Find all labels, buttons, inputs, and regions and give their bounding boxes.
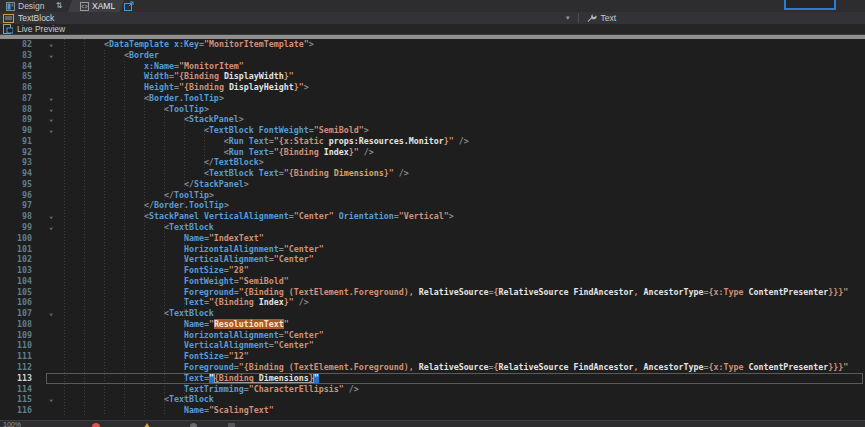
swap-views-button[interactable]: ⇅ — [52, 0, 66, 12]
code-text: Width="{Binding DisplayWidth}" — [64, 71, 865, 82]
line-number: 95 — [0, 179, 38, 190]
fold-chevron-icon[interactable]: ⌄ — [38, 104, 64, 115]
code-line[interactable]: 92 <Run Text="{Binding Index}" /> — [0, 147, 865, 158]
breadcrumb[interactable]: TextBlock — [0, 13, 54, 23]
tab-xaml[interactable]: XAML — [74, 0, 121, 12]
zoom-level[interactable]: 100% — [3, 421, 21, 427]
code-line[interactable]: 96 </ToolTip> — [0, 190, 865, 201]
fold-margin — [38, 233, 64, 244]
code-line[interactable]: 107⌄ <TextBlock — [0, 308, 865, 319]
editor-status-bar: 100% — [0, 420, 865, 427]
line-number: 93 — [0, 157, 38, 168]
code-lines: 82⌄ <DataTemplate x:Key="MonitorItemTemp… — [0, 39, 865, 416]
fold-chevron-icon[interactable]: ⌄ — [38, 394, 64, 405]
warning-icon[interactable] — [142, 423, 152, 427]
code-line[interactable]: 116 Name="ScalingText" — [0, 405, 865, 416]
live-preview-bar[interactable]: Live Preview — [0, 24, 865, 35]
breadcrumb-dropdown-icon[interactable]: ▾ — [566, 14, 570, 22]
code-text: <StackPanel> — [64, 114, 865, 125]
code-text: <ToolTip> — [64, 104, 865, 115]
code-line[interactable]: 111 FontSize="12" — [0, 351, 865, 362]
code-text: Name="ResolutionText" — [64, 319, 865, 330]
tab-xaml-label: XAML — [92, 1, 115, 11]
live-preview-label: Live Preview — [17, 24, 65, 34]
code-line[interactable]: 90⌄ <TextBlock FontWeight="SemiBold"> — [0, 125, 865, 136]
fold-chevron-icon[interactable]: ⌄ — [38, 211, 64, 222]
line-number: 108 — [0, 319, 38, 330]
code-line[interactable]: 86 Height="{Binding DisplayHeight}"> — [0, 82, 865, 93]
line-number: 112 — [0, 362, 38, 373]
fold-chevron-icon[interactable]: ⌄ — [38, 308, 64, 319]
code-text: <DataTemplate x:Key="MonitorItemTemplate… — [64, 39, 865, 50]
fold-chevron-icon[interactable]: ⌄ — [38, 39, 64, 50]
code-line[interactable]: 110 VerticalAlignment="Center" — [0, 340, 865, 351]
code-line[interactable]: 97 </Border.ToolTip> — [0, 200, 865, 211]
code-text: </Border.ToolTip> — [64, 200, 865, 211]
code-line[interactable]: 83⌄ <Border — [0, 50, 865, 61]
fold-chevron-icon[interactable]: ⌄ — [38, 222, 64, 233]
line-number: 100 — [0, 233, 38, 244]
line-number: 101 — [0, 244, 38, 255]
code-line[interactable]: 93 </TextBlock> — [0, 157, 865, 168]
fold-margin — [38, 297, 64, 308]
code-line[interactable]: 112 Foreground="{Binding (TextElement.Fo… — [0, 362, 865, 373]
line-number: 107 — [0, 308, 38, 319]
tool-label: Text — [601, 13, 617, 23]
fold-margin — [38, 61, 64, 72]
code-text: <TextBlock FontWeight="SemiBold"> — [64, 125, 865, 136]
fold-chevron-icon[interactable]: ⌄ — [38, 93, 64, 104]
code-line[interactable]: 85 Width="{Binding DisplayWidth}" — [0, 71, 865, 82]
code-text: Name="ScalingText" — [64, 405, 865, 416]
code-line[interactable]: 109 HorizontalAlignment="Center" — [0, 330, 865, 341]
code-line[interactable]: 89⌄ <StackPanel> — [0, 114, 865, 125]
code-text: TextTrimming="CharacterEllipsis" /> — [64, 384, 865, 395]
fold-chevron-icon[interactable]: ⌄ — [38, 125, 64, 136]
code-line[interactable]: 100 Name="IndexText" — [0, 233, 865, 244]
code-line[interactable]: 114 TextTrimming="CharacterEllipsis" /> — [0, 384, 865, 395]
line-number: 97 — [0, 200, 38, 211]
designer-splitter-tabbar: Design ⇅ XAML — [0, 0, 865, 12]
code-line[interactable]: 98⌄ <StackPanel VerticalAlignment="Cente… — [0, 211, 865, 222]
code-line[interactable]: 108 Name="ResolutionText" — [0, 319, 865, 330]
code-line[interactable]: 103 FontSize="28" — [0, 265, 865, 276]
code-line[interactable]: 102 VerticalAlignment="Center" — [0, 254, 865, 265]
line-number: 115 — [0, 394, 38, 405]
code-line[interactable]: 87⌄ <Border.ToolTip> — [0, 93, 865, 104]
code-text: </TextBlock> — [64, 157, 865, 168]
code-line[interactable]: 91 <Run Text="{x:Static props:Resources.… — [0, 136, 865, 147]
code-text: <Run Text="{Binding Index}" /> — [64, 147, 865, 158]
wrench-icon[interactable] — [587, 13, 597, 23]
message-icon[interactable] — [190, 423, 197, 427]
code-line[interactable]: 99⌄ <TextBlock — [0, 222, 865, 233]
code-text: <StackPanel VerticalAlignment="Center" O… — [64, 211, 865, 222]
line-number: 91 — [0, 136, 38, 147]
code-line[interactable]: 105 Foreground="{Binding (TextElement.Fo… — [0, 287, 865, 298]
fold-margin — [38, 330, 64, 341]
code-line[interactable]: 106 Text="{Binding Index}" /> — [0, 297, 865, 308]
code-line[interactable]: 82⌄ <DataTemplate x:Key="MonitorItemTemp… — [0, 39, 865, 50]
code-text: Name="IndexText" — [64, 233, 865, 244]
fold-chevron-icon[interactable]: ⌄ — [38, 114, 64, 125]
fold-margin — [38, 384, 64, 395]
fold-margin — [38, 287, 64, 298]
line-number: 88 — [0, 104, 38, 115]
code-line[interactable]: 94 <TextBlock Text="{Binding Dimensions}… — [0, 168, 865, 179]
code-line[interactable]: 104 FontWeight="SemiBold" — [0, 276, 865, 287]
divider — [578, 13, 579, 23]
error-icon[interactable] — [92, 423, 100, 427]
tab-design[interactable]: Design — [0, 0, 50, 12]
code-line[interactable]: 88⌄ <ToolTip> — [0, 104, 865, 115]
line-number: 110 — [0, 340, 38, 351]
xaml-code-editor[interactable]: 82⌄ <DataTemplate x:Key="MonitorItemTemp… — [0, 39, 865, 420]
code-line[interactable]: 113 Text="{Binding Dimensions}" — [0, 373, 865, 384]
line-number: 86 — [0, 82, 38, 93]
line-number: 109 — [0, 330, 38, 341]
fold-chevron-icon[interactable]: ⌄ — [38, 50, 64, 61]
code-line[interactable]: 101 HorizontalAlignment="Center" — [0, 244, 865, 255]
code-line[interactable]: 115⌄ <TextBlock — [0, 394, 865, 405]
tab-design-label: Design — [18, 1, 44, 11]
line-number: 90 — [0, 125, 38, 136]
code-text: VerticalAlignment="Center" — [64, 254, 865, 265]
code-line[interactable]: 95 </StackPanel> — [0, 179, 865, 190]
code-line[interactable]: 84 x:Name="MonitorItem" — [0, 61, 865, 72]
